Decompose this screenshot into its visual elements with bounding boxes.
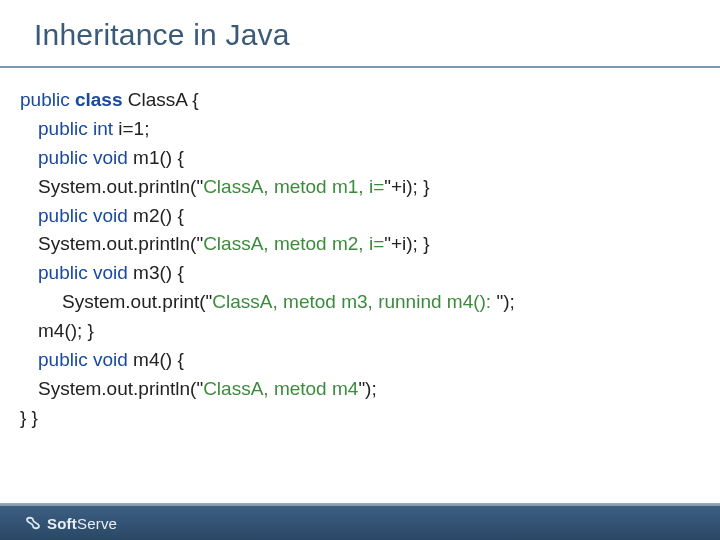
code-line: public void m3() { [20, 259, 720, 288]
code-line: public class ClassA { [20, 86, 720, 115]
keyword: public int [38, 118, 118, 139]
string-literal: ClassA, metod m4 [203, 378, 358, 399]
keyword: public void [38, 349, 133, 370]
softserve-icon [24, 514, 42, 532]
title-area: Inheritance in Java [0, 0, 720, 60]
code-line: System.out.println("ClassA, metod m1, i=… [20, 173, 720, 202]
code-text: m1() { [133, 147, 184, 168]
brand-part: Soft [47, 515, 77, 532]
slide-title: Inheritance in Java [34, 18, 720, 52]
keyword: public [20, 89, 75, 110]
code-line: System.out.print("ClassA, metod m3, runn… [20, 288, 720, 317]
keyword: public void [38, 205, 133, 226]
code-line: System.out.println("ClassA, metod m2, i=… [20, 230, 720, 259]
code-text: "); [358, 378, 376, 399]
brand-name: SoftServe [47, 515, 117, 532]
keyword: public void [38, 147, 133, 168]
code-text: m3() { [133, 262, 184, 283]
code-line: public void m4() { [20, 346, 720, 375]
code-text: System.out.println(" [38, 233, 203, 254]
code-text: "+i); } [384, 176, 429, 197]
code-text: "); [496, 291, 514, 312]
code-text: System.out.println(" [38, 176, 203, 197]
code-line: System.out.println("ClassA, metod m4"); [20, 375, 720, 404]
code-block: public class ClassA { public int i=1; pu… [0, 68, 720, 433]
keyword: public void [38, 262, 133, 283]
code-line: } } [20, 404, 720, 433]
footer-bar: SoftServe [0, 506, 720, 540]
code-line: public void m1() { [20, 144, 720, 173]
brand-logo: SoftServe [24, 514, 117, 532]
string-literal: ClassA, metod m1, i= [203, 176, 384, 197]
string-literal: ClassA, metod m2, i= [203, 233, 384, 254]
code-text: m4(); } [38, 320, 94, 341]
code-text: m4() { [133, 349, 184, 370]
code-text: m2() { [133, 205, 184, 226]
slide: Inheritance in Java public class ClassA … [0, 0, 720, 540]
code-text: } } [20, 407, 38, 428]
code-text: System.out.println(" [38, 378, 203, 399]
code-text: i=1; [118, 118, 149, 139]
code-line: m4(); } [20, 317, 720, 346]
keyword: class [75, 89, 128, 110]
code-line: public void m2() { [20, 202, 720, 231]
string-literal: ClassA, metod m3, runnind m4(): [212, 291, 496, 312]
code-line: public int i=1; [20, 115, 720, 144]
code-text: "+i); } [384, 233, 429, 254]
brand-part: Serve [77, 515, 117, 532]
code-text: ClassA { [128, 89, 199, 110]
code-text: System.out.print(" [62, 291, 212, 312]
